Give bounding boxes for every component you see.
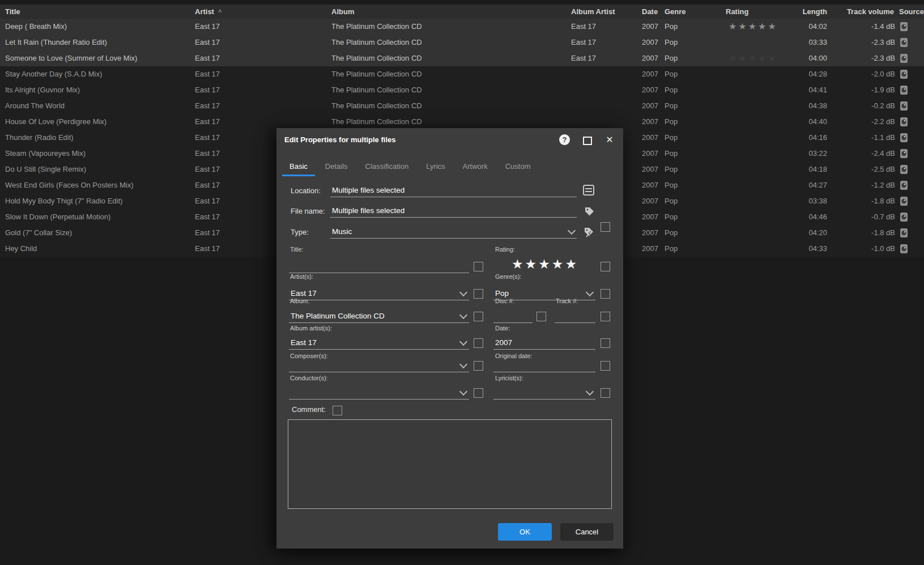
chevron-down-icon [568, 227, 576, 235]
disc-input[interactable] [493, 310, 533, 323]
date-checkbox[interactable] [601, 338, 610, 348]
type-dropdown[interactable]: Music [330, 226, 577, 239]
column-header-artist[interactable]: Artist^ [195, 5, 222, 19]
original-date-label: Original date: [495, 352, 532, 359]
conductors-checkbox[interactable] [474, 388, 483, 398]
table-row[interactable]: Its Alright (Guvnor Mix) East 17 The Pla… [0, 82, 924, 98]
rating-stars[interactable]: ★★★★★ [512, 257, 578, 271]
type-label: Type: [291, 228, 309, 236]
cell-track-volume: -2.0 dB [833, 66, 895, 82]
location-label: Location: [291, 186, 321, 195]
table-row[interactable]: Deep ( Breath Mix) East 17 The Platinum … [0, 19, 924, 35]
column-header-genre[interactable]: Genre [665, 5, 686, 19]
column-header-source[interactable]: Source [899, 5, 924, 19]
album-label: Album: [290, 298, 309, 304]
album-artists-dropdown[interactable]: East 17 [289, 337, 469, 350]
cell-track-volume: -2.5 dB [833, 162, 895, 177]
column-header-album-artist[interactable]: Album Artist [571, 5, 615, 19]
tab-artwork[interactable]: Artwork [455, 159, 495, 176]
source-file-icon [900, 197, 908, 206]
cell-title: Slow It Down (Perpetual Motion) [5, 209, 110, 225]
source-file-icon [900, 101, 908, 111]
lyricists-dropdown[interactable] [493, 386, 595, 400]
comment-textarea[interactable] [288, 419, 612, 509]
cell-genre: Pop [665, 130, 678, 146]
track-checkbox[interactable] [601, 312, 610, 321]
cell-artist: East 17 [195, 66, 220, 82]
cell-title: Gold (7" Collar Size) [5, 225, 72, 241]
cell-length: 04:16 [782, 130, 827, 146]
edit-properties-dialog: Edit Properties for multiple files ? ✕ B… [276, 128, 623, 549]
cancel-button[interactable]: Cancel [560, 523, 614, 541]
column-header-rating[interactable]: Rating [726, 5, 748, 19]
location-input[interactable]: Multiple files selected [330, 184, 577, 197]
source-file-icon [900, 213, 908, 222]
title-input[interactable] [289, 260, 469, 273]
album-artists-checkbox[interactable] [474, 338, 483, 348]
cell-album: The Platinum Collection CD [331, 19, 422, 35]
cell-genre: Pop [665, 225, 678, 241]
cell-artist: East 17 [195, 35, 220, 50]
ok-button[interactable]: OK [498, 523, 552, 541]
album-dropdown[interactable]: The Platinum Collection CD [289, 310, 469, 323]
tab-basic[interactable]: Basic [282, 159, 315, 176]
comment-checkbox[interactable] [333, 406, 342, 415]
cell-title: Thunder (Radio Edit) [5, 130, 74, 146]
tab-custom[interactable]: Custom [498, 159, 538, 176]
column-header-title[interactable]: Title [5, 5, 20, 19]
artists-checkbox[interactable] [474, 289, 483, 299]
date-input[interactable]: 2007 [493, 337, 595, 350]
cell-genre: Pop [665, 82, 678, 98]
source-file-icon [900, 54, 908, 63]
column-header-track-volume[interactable]: Track volume [827, 5, 894, 19]
help-icon[interactable]: ? [559, 134, 570, 145]
column-header-album[interactable]: Album [331, 5, 354, 19]
file-name-label: File name: [291, 207, 325, 215]
comment-label: Comment: [292, 405, 326, 414]
cell-length: 04:18 [782, 162, 827, 177]
album-value: The Platinum Collection CD [291, 310, 385, 322]
maximize-icon[interactable] [583, 137, 592, 145]
column-header-date[interactable]: Date [642, 5, 658, 19]
artists-dropdown[interactable]: East 17 [289, 287, 469, 300]
cell-title: Someone to Love (Summer of Love Mix) [5, 50, 137, 66]
cell-title: Around The World [5, 98, 65, 114]
rating-checkbox[interactable] [601, 262, 610, 271]
album-checkbox[interactable] [474, 312, 483, 321]
table-row[interactable]: Someone to Love (Summer of Love Mix) Eas… [0, 50, 924, 66]
cell-rating-stars[interactable]: ★★★★★ [729, 19, 778, 35]
file-name-input[interactable]: Multiple files selected [330, 205, 577, 218]
cell-album-artist: East 17 [571, 35, 596, 50]
table-row[interactable]: Stay Another Day (S.A.D Mix) East 17 The… [0, 66, 924, 82]
date-label: Date: [495, 325, 510, 332]
tab-classification[interactable]: Classification [358, 159, 416, 176]
table-row[interactable]: House Of Love (Perdigree Mix) East 17 Th… [0, 114, 924, 130]
table-row[interactable]: Around The World East 17 The Platinum Co… [0, 98, 924, 114]
cell-date: 2007 [642, 82, 658, 98]
close-icon[interactable]: ✕ [604, 135, 615, 145]
source-file-icon [900, 149, 908, 158]
cell-rating-stars[interactable]: ★★★★★ [729, 50, 778, 66]
original-date-checkbox[interactable] [601, 361, 610, 371]
type-checkbox[interactable] [601, 222, 610, 232]
composers-checkbox[interactable] [474, 361, 483, 371]
tab-details[interactable]: Details [318, 159, 355, 176]
lyricists-checkbox[interactable] [601, 388, 610, 398]
disc-checkbox[interactable] [536, 312, 546, 321]
composers-dropdown[interactable] [289, 359, 469, 372]
cell-genre: Pop [665, 241, 678, 257]
tab-lyrics[interactable]: Lyrics [419, 159, 452, 176]
cell-title: Deep ( Breath Mix) [5, 19, 67, 35]
conductors-label: Conductor(s): [290, 375, 328, 381]
rating-label: Rating: [495, 246, 515, 253]
title-checkbox[interactable] [474, 262, 483, 271]
track-input[interactable] [555, 310, 595, 323]
original-date-input[interactable] [493, 359, 595, 372]
conductors-dropdown[interactable] [289, 386, 469, 400]
cell-track-volume: -0.7 dB [833, 209, 895, 225]
dialog-title: Edit Properties for multiple files [284, 135, 395, 144]
table-row[interactable]: Let It Rain (Thunder Ratio Edit) East 17… [0, 35, 924, 50]
column-header-length[interactable]: Length [782, 5, 827, 19]
genres-checkbox[interactable] [601, 289, 610, 299]
cell-length: 04:40 [782, 114, 827, 130]
